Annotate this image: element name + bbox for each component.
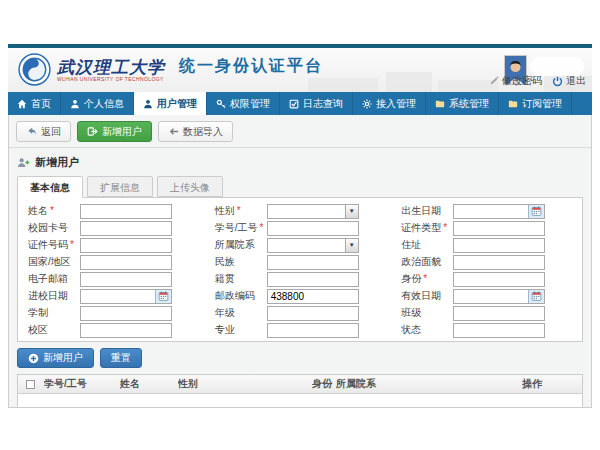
postal-code-input[interactable] bbox=[267, 289, 359, 304]
chevron-down-icon[interactable]: ▼ bbox=[345, 239, 358, 252]
reset-button[interactable]: 重置 bbox=[100, 348, 142, 368]
calendar-icon[interactable] bbox=[528, 290, 544, 303]
nav-item-label: 首页 bbox=[31, 97, 51, 111]
nav-item-logs[interactable]: 日志查询 bbox=[280, 92, 353, 115]
form-tabs: 基本信息扩展信息上传头像 bbox=[9, 172, 591, 197]
field-label-birth-date: 出生日期 bbox=[393, 204, 453, 218]
country-region-input[interactable] bbox=[80, 255, 172, 270]
field-label-campus-card-no: 校园卡号 bbox=[20, 221, 80, 235]
nav-item-subscription[interactable]: 订阅管理 bbox=[499, 92, 572, 115]
users-table: 学号/工号姓名性别身份所属院系操作 bbox=[17, 374, 583, 408]
user-add-icon bbox=[87, 126, 98, 137]
chevron-down-icon[interactable]: ▼ bbox=[345, 205, 358, 218]
add-user-toolbar-button[interactable]: 新增用户 bbox=[77, 121, 152, 142]
political-status-input[interactable] bbox=[453, 255, 545, 270]
folder-icon bbox=[435, 99, 445, 109]
tab-basic-info[interactable]: 基本信息 bbox=[17, 176, 83, 198]
valid-date-input[interactable] bbox=[454, 290, 528, 303]
table-column-header[interactable]: 操作 bbox=[522, 377, 582, 391]
calendar-icon[interactable] bbox=[155, 290, 171, 303]
tab-extended-info[interactable]: 扩展信息 bbox=[87, 176, 153, 197]
nav-item-permissions[interactable]: 权限管理 bbox=[207, 92, 280, 115]
field-label-postal-code: 邮政编码 bbox=[207, 289, 267, 303]
nav-item-label: 权限管理 bbox=[230, 97, 270, 111]
campus-card-no-input[interactable] bbox=[80, 221, 172, 236]
field-political-status: 政治面貌 bbox=[393, 254, 580, 270]
campus-input[interactable] bbox=[80, 323, 172, 338]
entry-date-input[interactable] bbox=[81, 290, 155, 303]
nav-item-label: 日志查询 bbox=[303, 97, 343, 111]
class-input[interactable] bbox=[453, 306, 545, 321]
grade-input[interactable] bbox=[267, 306, 359, 321]
power-icon bbox=[552, 76, 563, 87]
nav-item-profile[interactable]: 个人信息 bbox=[61, 92, 134, 115]
identity-input[interactable] bbox=[453, 272, 545, 287]
field-label-ethnicity: 民族 bbox=[207, 255, 267, 269]
folder-icon bbox=[508, 99, 518, 109]
ethnicity-input[interactable] bbox=[267, 255, 359, 270]
logout-label: 退出 bbox=[566, 74, 586, 88]
department-select[interactable]: ▼ bbox=[267, 238, 359, 253]
nav-item-users[interactable]: 用户管理 bbox=[134, 92, 207, 115]
logout-link[interactable]: 退出 bbox=[552, 74, 586, 88]
id-number-input[interactable] bbox=[80, 238, 172, 253]
toolbar: 返回 新增用户 数据导入 bbox=[9, 115, 591, 148]
major-input[interactable] bbox=[267, 323, 359, 338]
table-column-header[interactable]: 姓名 bbox=[120, 377, 178, 391]
pencil-icon bbox=[489, 76, 499, 86]
id-type-input[interactable] bbox=[453, 221, 545, 236]
field-entry-date: 进校日期 bbox=[20, 288, 207, 304]
form-actions: 新增用户 重置 bbox=[9, 342, 591, 372]
table-column-header[interactable]: 所属院系 bbox=[336, 377, 522, 391]
birth-date-field bbox=[453, 204, 545, 219]
university-name-block: 武汉理工大学 WUHAN UNIVERSITY OF TECHNOLOGY bbox=[57, 58, 165, 82]
address-input[interactable] bbox=[453, 238, 545, 253]
tab-upload-avatar[interactable]: 上传头像 bbox=[157, 176, 223, 197]
nav-item-system[interactable]: 系统管理 bbox=[426, 92, 499, 115]
status-input[interactable] bbox=[453, 323, 545, 338]
field-native-place: 籍贯 bbox=[207, 271, 394, 287]
calendar-icon[interactable] bbox=[528, 205, 544, 218]
table-column-header[interactable]: 身份 bbox=[312, 377, 336, 391]
field-label-political-status: 政治面貌 bbox=[393, 255, 453, 269]
field-class: 班级 bbox=[393, 305, 580, 321]
email-input[interactable] bbox=[80, 272, 172, 287]
field-id-type: 证件类型* bbox=[393, 220, 580, 236]
native-place-input[interactable] bbox=[267, 272, 359, 287]
users-table-header: 学号/工号姓名性别身份所属院系操作 bbox=[18, 375, 582, 394]
reset-button-label: 重置 bbox=[111, 351, 131, 365]
table-column-header[interactable]: 性别 bbox=[178, 377, 312, 391]
field-label-grade: 年级 bbox=[207, 306, 267, 320]
gender-select[interactable]: ▼ bbox=[267, 204, 359, 219]
nav-item-label: 用户管理 bbox=[157, 97, 197, 111]
table-column-header[interactable]: 学号/工号 bbox=[44, 377, 120, 391]
field-label-gender: 性别* bbox=[207, 204, 267, 218]
submit-add-user-button[interactable]: 新增用户 bbox=[17, 348, 94, 368]
student-no-input[interactable] bbox=[267, 221, 359, 236]
header-links: 修改密码 退出 bbox=[489, 74, 586, 88]
nav-item-access[interactable]: 接入管理 bbox=[353, 92, 426, 115]
plus-circle-icon bbox=[28, 353, 39, 364]
back-button[interactable]: 返回 bbox=[16, 121, 71, 142]
back-button-label: 返回 bbox=[41, 125, 61, 139]
field-major: 专业 bbox=[207, 322, 394, 338]
required-marker: * bbox=[237, 205, 241, 216]
field-postal-code: 邮政编码 bbox=[207, 288, 394, 304]
platform-title: 统一身份认证平台 bbox=[179, 56, 323, 83]
data-import-button[interactable]: 数据导入 bbox=[158, 121, 233, 142]
field-ethnicity: 民族 bbox=[207, 254, 394, 270]
name-input[interactable] bbox=[80, 204, 172, 219]
field-label-schooling-length: 学制 bbox=[20, 306, 80, 320]
nav-item-home[interactable]: 首页 bbox=[8, 92, 61, 115]
select-all-checkbox[interactable] bbox=[26, 380, 35, 389]
birth-date-input[interactable] bbox=[454, 205, 528, 218]
required-marker: * bbox=[50, 205, 54, 216]
schooling-length-input[interactable] bbox=[80, 306, 172, 321]
page: 武汉理工大学 WUHAN UNIVERSITY OF TECHNOLOGY 统一… bbox=[0, 0, 600, 450]
nav-item-label: 订阅管理 bbox=[522, 97, 562, 111]
app-window: 武汉理工大学 WUHAN UNIVERSITY OF TECHNOLOGY 统一… bbox=[8, 44, 592, 408]
field-label-class: 班级 bbox=[393, 306, 453, 320]
field-id-number: 证件号码* bbox=[20, 237, 207, 253]
change-password-label: 修改密码 bbox=[502, 74, 542, 88]
change-password-link[interactable]: 修改密码 bbox=[489, 74, 542, 88]
